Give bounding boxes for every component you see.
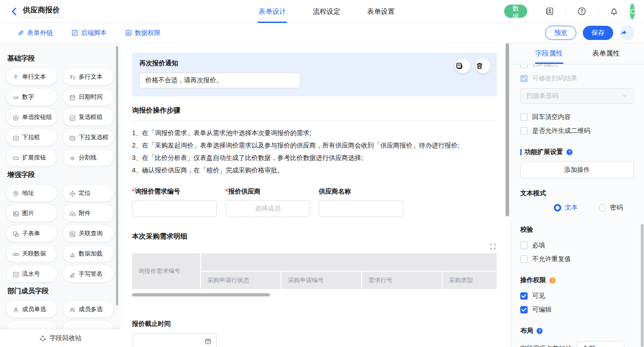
data-manage-button[interactable]: 数据管理 — [504, 5, 527, 18]
field-label: 供应商名称 — [319, 188, 403, 197]
expand-icon[interactable] — [489, 243, 497, 250]
field-pill-子表单[interactable]: 子表单 — [6, 225, 57, 242]
duplicate-field-button[interactable] — [455, 58, 470, 73]
field-pill-复选框组[interactable]: 复选框组 — [63, 109, 113, 125]
field-pill-日期时间[interactable]: 日期时间 — [63, 89, 113, 105]
field-pill-分割线[interactable]: 分割线 — [63, 149, 113, 166]
field-pill-成员多选[interactable]: 成员多选 — [63, 301, 113, 318]
field-pill-关联数据[interactable]: 关联数据 — [6, 245, 57, 262]
help-icon[interactable]: ? — [572, 7, 592, 16]
table-horizontal-scrollbar[interactable] — [132, 293, 270, 296]
svg-text:T: T — [70, 75, 73, 80]
deadline-date-input[interactable]: 7 — [132, 333, 217, 347]
field-input[interactable]: 选择成员 — [225, 200, 310, 217]
field-pill-定位[interactable]: 定位 — [63, 185, 113, 201]
radio-文本[interactable]: 文本 — [554, 204, 578, 212]
checkbox-不允许重复值[interactable] — [520, 256, 528, 263]
bell-icon[interactable] — [604, 7, 624, 16]
field-pill-下拉框[interactable]: 下拉框 — [6, 129, 57, 146]
field-input[interactable] — [132, 200, 217, 217]
share-button[interactable] — [620, 25, 635, 40]
select-value: 扫描条形码 — [526, 92, 558, 100]
field-pill-label: 成员单选 — [22, 305, 46, 313]
form-field-报价供应商[interactable]: *报价供应商选择成员 — [225, 188, 310, 217]
form-title[interactable]: 供应商报价 — [22, 5, 63, 18]
checkbox-可编辑[interactable] — [520, 306, 528, 313]
field-pill-扩展按钮[interactable]: 扩展按钮 — [6, 149, 57, 166]
field-pill-成员单选[interactable]: 成员单选 — [6, 301, 57, 318]
field-pill-图片[interactable]: 图片 — [6, 205, 57, 222]
preview-button[interactable]: 预览 — [545, 26, 576, 40]
script-icon — [71, 29, 78, 36]
radio-dot — [554, 204, 561, 211]
field-pill-流水号[interactable]: 流水号 — [6, 266, 57, 282]
required-asterisk: * — [132, 188, 134, 195]
checkbox-label: 可编辑 — [532, 306, 552, 314]
detail-table[interactable]: 询报价需求编号 采购申请行状态采购申请编号需求行号采购类型申请时间 — [132, 253, 497, 289]
field-pill-label: 多行文本 — [79, 73, 103, 81]
checkbox-回车清空内容[interactable] — [520, 114, 528, 121]
avatar[interactable]: C — [630, 4, 635, 19]
toolbar-link-数据权限[interactable]: 数据权限 — [125, 29, 161, 37]
panel-scrollbar[interactable] — [641, 224, 644, 347]
sidebar-scrollbar[interactable] — [116, 46, 118, 306]
field-input[interactable] — [319, 200, 403, 217]
delete-field-button[interactable] — [476, 58, 490, 73]
question-circle-icon[interactable]: ? — [536, 327, 543, 335]
option-modify-scan-result: 可修改扫码结果 — [520, 74, 634, 84]
option-可编辑: 可编辑 — [520, 305, 634, 315]
canvas-scrollbar[interactable] — [506, 43, 509, 216]
checkbox-可见[interactable] — [520, 292, 528, 300]
toolbar-link-后端脚本[interactable]: 后端脚本 — [71, 29, 107, 37]
field-pill-下拉复选框[interactable]: 下拉复选框 — [63, 129, 113, 146]
field-pill-附件[interactable]: 附件 — [63, 205, 113, 222]
radio-密码[interactable]: 密码 — [599, 204, 623, 212]
field-recycle-bin[interactable]: 字段回收站 — [0, 330, 121, 347]
tab-field-properties[interactable]: 字段属性 — [535, 43, 564, 64]
back-icon[interactable] — [9, 6, 19, 17]
scan-type-select[interactable]: 扫描条形码 — [520, 88, 634, 104]
field-pill-多行文本[interactable]: T多行文本 — [63, 68, 113, 85]
section-title: 功能扩展设置 — [524, 148, 563, 156]
sidebar-section-grid: T单行文本T多行文本123数字日期时间单选按钮组复选框组下拉框下拉复选框扩展按钮… — [6, 68, 114, 166]
selected-field-notice[interactable]: 再次报价通知 — [132, 52, 497, 97]
form-canvas[interactable]: 再次报价通知 询报价操作步骤 1、在「询报价需求」表单从需求池中选择本次要询报价… — [121, 43, 511, 347]
step-line-text: 3、在「比价分析表」仪表盘自动生成了比价数据，参考比价数据进行供应商选择; — [132, 152, 497, 164]
divider — [132, 120, 497, 121]
section-title: 文本模式 — [520, 189, 546, 198]
field-pill-单选按钮组[interactable]: 单选按钮组 — [6, 109, 57, 125]
contact-book-icon[interactable] — [540, 7, 559, 16]
field-width-select[interactable]: 全部 — [576, 341, 624, 347]
svg-text:!: ! — [552, 278, 553, 283]
warning-circle-icon[interactable]: ! — [549, 277, 556, 284]
table-column-headers: 采购申请行状态采购申请编号需求行号采购类型申请时间 — [201, 272, 497, 289]
add-action-button[interactable]: 添加操作 — [520, 161, 634, 178]
checkbox-是否允许生成二维码[interactable] — [520, 127, 528, 135]
save-button[interactable]: 保存 — [583, 26, 613, 40]
sidebar-section-grid: 地址定位图片附件子表单关联查询关联数据数据加载流水号手写签名 — [6, 185, 114, 282]
data-load-icon — [69, 250, 76, 257]
option-必填: 必填 — [520, 240, 634, 250]
field-pill-数据加载[interactable]: 数据加载 — [63, 245, 113, 262]
field-pill-关联查询[interactable]: 关联查询 — [63, 225, 113, 242]
tab-form-setting[interactable]: 表单设置 — [366, 0, 396, 23]
field-label: 再次报价通知 — [139, 59, 489, 68]
field-pill-手写签名[interactable]: 手写签名 — [63, 266, 113, 282]
recycle-icon — [39, 335, 46, 342]
field-label: *报价供应商 — [225, 188, 310, 197]
tab-form-properties[interactable]: 表单属性 — [592, 43, 621, 64]
notice-field-input[interactable] — [139, 73, 300, 88]
field-label: *询报价需求编号 — [132, 188, 217, 197]
field-pill-单行文本[interactable]: T单行文本 — [6, 68, 57, 85]
form-field-供应商名称[interactable]: 供应商名称 — [319, 188, 403, 217]
field-pill-数字[interactable]: 123数字 — [6, 89, 57, 105]
tab-form-design[interactable]: 表单设计 — [258, 0, 287, 23]
field-pill-地址[interactable]: 地址 — [6, 185, 57, 201]
form-field-询报价需求编号[interactable]: *询报价需求编号 — [132, 188, 217, 217]
tab-flow-setting[interactable]: 流程设定 — [312, 0, 341, 23]
checkbox-必填[interactable] — [520, 242, 528, 249]
checkbox-scan-input[interactable] — [520, 64, 528, 68]
question-circle-icon[interactable]: ? — [566, 148, 573, 156]
toolbar-link-表单外链[interactable]: 表单外链 — [17, 29, 53, 37]
checkbox-modify-scan-result[interactable] — [520, 75, 528, 82]
